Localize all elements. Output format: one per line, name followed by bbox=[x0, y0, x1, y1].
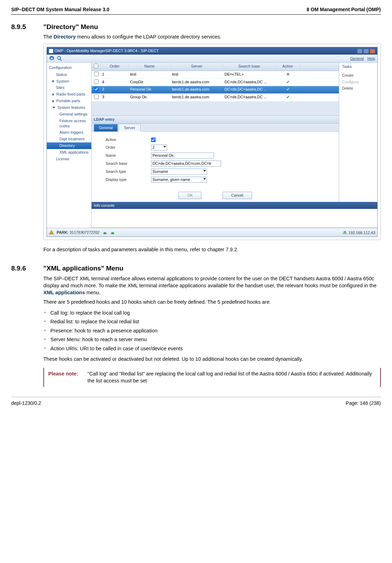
omp-title: OMP - OpenMobility ManagerSIP-DECT 3.0RC… bbox=[55, 48, 159, 54]
intro-post: menu allows to configure the LDAP corpor… bbox=[76, 34, 221, 40]
cell-order: 1 bbox=[101, 71, 129, 78]
label-displaytype: Display type bbox=[106, 177, 151, 182]
ldap-tabs: General Server bbox=[92, 124, 339, 132]
list-item: Presence: hook to reach a presence appli… bbox=[43, 326, 381, 336]
park-label-text: PARK: bbox=[57, 230, 69, 234]
sidebar-digit-treatment[interactable]: Digit treatment bbox=[47, 136, 91, 142]
sidebar-configuration[interactable]: Configuration bbox=[47, 64, 91, 71]
sidebar-system-features[interactable]: System features bbox=[47, 104, 91, 111]
sidebar-portable-parts[interactable]: Portable parts bbox=[47, 98, 91, 104]
label-active: Active bbox=[106, 137, 151, 142]
searchtype-select[interactable]: Surname bbox=[151, 169, 207, 175]
sidebar-radio-fixed-parts[interactable]: Radio fixed parts bbox=[47, 91, 91, 98]
cell-searchbase: DC=de,DC=aastra,DC ... bbox=[223, 94, 276, 101]
footer-right: Page: 146 (238) bbox=[346, 400, 381, 407]
active-icon: ✔ bbox=[286, 80, 290, 84]
chevron-right-icon bbox=[52, 80, 54, 83]
doc-header: SIP–DECT OM System Manual Release 3.0 8 … bbox=[11, 6, 381, 15]
cell-name: Personal Dir. bbox=[129, 86, 171, 93]
row-checkbox[interactable] bbox=[94, 79, 99, 84]
app-icon bbox=[49, 49, 53, 53]
status-ok-icon-2 bbox=[110, 230, 115, 235]
list-item: Redial list: to replace the local redial… bbox=[43, 317, 381, 326]
table-row[interactable]: 4 CorpDir berdc1.de.aastra.com DC=de,DC=… bbox=[92, 79, 339, 86]
row-checkbox[interactable] bbox=[94, 72, 99, 76]
task-delete[interactable]: Delete bbox=[342, 85, 375, 92]
general-link[interactable]: General bbox=[350, 56, 364, 61]
section-896-p2: There are 5 predefined hooks and 10 hook… bbox=[43, 299, 381, 306]
sidebar-alarm-triggers[interactable]: Alarm triggers bbox=[47, 129, 91, 136]
sidebar-directory-selected[interactable]: Directory bbox=[47, 142, 91, 149]
searchtype-value: Surname bbox=[152, 169, 168, 174]
cell-name: Group Dir. bbox=[129, 94, 171, 101]
section-895-intro: The Directory menu allows to configure t… bbox=[43, 34, 381, 41]
ldap-entry-heading: LDAP entry bbox=[92, 115, 339, 124]
select-all-checkbox[interactable] bbox=[94, 64, 98, 68]
p1-post: menu. bbox=[85, 290, 100, 295]
col-searchbase[interactable]: Search base bbox=[223, 63, 276, 71]
task-create[interactable]: Create bbox=[342, 72, 375, 79]
cell-server: berdc1.de.aastra.com bbox=[171, 94, 223, 101]
ok-button[interactable]: OK bbox=[178, 192, 201, 199]
list-item: Server Menu: hook to reach a server menu bbox=[43, 335, 381, 344]
status-ok-icon-1 bbox=[102, 230, 107, 235]
omp-toolbar: General Help bbox=[47, 55, 377, 63]
info-console-body bbox=[92, 209, 377, 228]
sidebar-feature-access-codes[interactable]: Feature access codes bbox=[47, 118, 91, 129]
active-checkbox[interactable] bbox=[151, 138, 156, 142]
section-895-after: For a description of tasks and parameter… bbox=[43, 246, 381, 253]
section-895-heading: 8.9.5 "Directory" Menu bbox=[11, 22, 381, 31]
xml-applications-bold: XML applications bbox=[43, 290, 85, 295]
chevron-down-icon bbox=[163, 146, 166, 148]
label-searchbase: Search base bbox=[106, 161, 151, 166]
sidebar-sites[interactable]: Sites bbox=[47, 84, 91, 91]
tasks-panel: Tasks Create Configure Delete bbox=[339, 63, 377, 202]
cell-server: berdc1.de.aastra.com bbox=[171, 79, 223, 86]
help-link[interactable]: Help bbox=[367, 56, 375, 61]
sidebar-xml-applications[interactable]: XML applications bbox=[47, 149, 91, 156]
col-server[interactable]: Server bbox=[171, 63, 223, 71]
tasks-title: Tasks bbox=[342, 64, 375, 69]
cell-order: 2 bbox=[101, 86, 129, 93]
cancel-button[interactable]: Cancel bbox=[222, 192, 252, 199]
order-select[interactable]: 2 bbox=[151, 145, 167, 150]
row-checkbox[interactable] bbox=[94, 94, 99, 99]
tab-server[interactable]: Server bbox=[119, 124, 140, 132]
sidebar-status[interactable]: Status bbox=[47, 71, 91, 78]
footer-left: depl-1230/0.2 bbox=[11, 400, 41, 407]
form-buttons: OK Cancel bbox=[92, 188, 339, 202]
cell-searchbase: DC=de,DC=aastra,DC ... bbox=[223, 86, 276, 93]
maximize-button[interactable] bbox=[363, 49, 369, 54]
displaytype-select[interactable]: Surname, given name bbox=[151, 177, 207, 183]
cell-name: test bbox=[129, 71, 171, 78]
chevron-down-icon bbox=[203, 170, 206, 172]
active-icon: ✔ bbox=[286, 87, 290, 91]
minimize-button[interactable] bbox=[357, 49, 363, 54]
col-name[interactable]: Name bbox=[129, 63, 171, 71]
searchbase-input[interactable] bbox=[151, 161, 221, 167]
table-row[interactable]: 3 Group Dir. berdc1.de.aastra.com DC=de,… bbox=[92, 94, 339, 101]
inactive-icon: ✖ bbox=[286, 72, 290, 76]
sidebar-license[interactable]: License bbox=[47, 156, 91, 162]
task-configure[interactable]: Configure bbox=[342, 79, 375, 85]
table-header: Order Name Server Search base Active bbox=[92, 63, 339, 71]
gear-icon[interactable] bbox=[49, 56, 55, 61]
table-row[interactable]: 1 test test DE=<TEL> ✖ bbox=[92, 71, 339, 79]
sidebar-system[interactable]: System bbox=[47, 78, 91, 85]
list-item: Action URIs: URI to be called in case of… bbox=[43, 344, 381, 353]
chevron-right-icon bbox=[52, 93, 54, 96]
status-ip: 192.168.112.43 bbox=[342, 229, 375, 235]
omp-titlebar: OMP - OpenMobility ManagerSIP-DECT 3.0RC… bbox=[47, 47, 377, 55]
cell-order: 3 bbox=[101, 94, 129, 101]
tab-general[interactable]: General bbox=[94, 124, 118, 132]
table-row-selected[interactable]: 2 Personal Dir. berdc1.de.aastra.com DC=… bbox=[92, 86, 339, 94]
search-icon[interactable] bbox=[57, 56, 62, 61]
name-input[interactable] bbox=[151, 153, 214, 159]
active-icon: ✔ bbox=[286, 95, 290, 99]
sidebar-pp-label: Portable parts bbox=[56, 98, 80, 104]
col-active[interactable]: Active bbox=[276, 63, 300, 71]
col-order[interactable]: Order bbox=[101, 63, 129, 71]
sidebar-general-settings[interactable]: General settings bbox=[47, 111, 91, 118]
close-button[interactable] bbox=[370, 49, 375, 54]
row-checkbox[interactable] bbox=[94, 87, 99, 91]
